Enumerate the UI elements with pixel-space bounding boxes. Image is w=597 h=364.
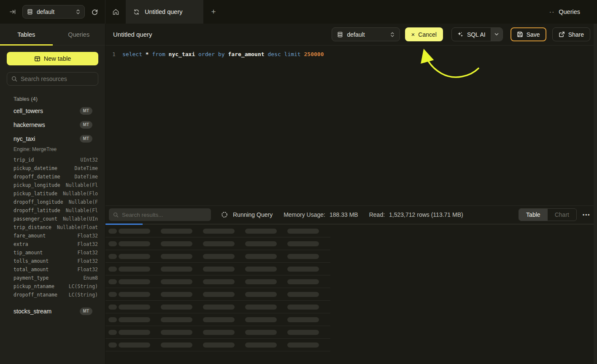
skeleton-cell: [245, 317, 277, 322]
column-type: Nullable(F: [69, 199, 98, 205]
sql-ai-dropdown-button[interactable]: [491, 28, 502, 41]
queries-icon: ··: [550, 9, 555, 15]
topbar-spacer: [224, 0, 550, 24]
table-list-item[interactable]: nyc_taxiMT: [0, 132, 105, 146]
topbar-database-selector[interactable]: default: [22, 5, 85, 19]
body: Tables Queries New table Tables (4) cell…: [0, 24, 597, 364]
search-results-input[interactable]: [122, 212, 207, 218]
more-options-button[interactable]: •••: [583, 212, 590, 218]
column-row: dropoff_longitudeNullable(F: [0, 198, 105, 206]
sidebar-tab-queries[interactable]: Queries: [53, 24, 105, 45]
skeleton-cell: [161, 330, 192, 335]
skeleton-cell: [161, 267, 192, 272]
column-name: dropoff_datetime: [14, 174, 60, 180]
column-name: trip_distance: [14, 224, 51, 230]
query-database-selector[interactable]: default: [332, 27, 400, 41]
table-engine-badge: MT: [80, 307, 92, 315]
toggle-table[interactable]: Table: [519, 209, 548, 221]
column-name: pickup_ntaname: [14, 283, 54, 289]
table-engine-label: Engine: MergeTree: [0, 146, 105, 154]
column-name: pickup_longitude: [14, 182, 60, 188]
sql-token: limit: [284, 51, 301, 57]
column-type: UInt32: [80, 157, 98, 163]
queries-link[interactable]: ·· Queries: [550, 0, 597, 24]
table-engine-badge: MT: [80, 121, 92, 129]
skeleton-cell: [287, 292, 319, 297]
column-type: LC(String): [69, 292, 98, 298]
toggle-chart[interactable]: Chart: [548, 209, 576, 221]
skeleton-cell: [287, 267, 319, 272]
skeleton-row: [105, 237, 330, 250]
results-search: [109, 208, 211, 221]
save-button[interactable]: Save: [511, 27, 546, 41]
sql-ai-button[interactable]: SQL AI: [452, 28, 491, 41]
new-table-button[interactable]: New table: [7, 52, 98, 65]
skeleton-row: [105, 250, 330, 263]
spinner-icon: [221, 211, 228, 218]
save-icon: [517, 31, 523, 38]
skeleton-cell: [245, 292, 277, 297]
column-row: tip_amountFloat32: [0, 248, 105, 257]
sql-token: nyc_taxi: [169, 51, 195, 57]
skeleton-cell: [245, 254, 277, 259]
tables-list: cell_towersMThackernewsMTnyc_taxiMTEngin…: [0, 104, 105, 364]
database-icon: [27, 9, 33, 15]
skeleton-cell: [203, 305, 235, 310]
sql-ai-label: SQL AI: [467, 31, 486, 38]
collapse-sidebar-button[interactable]: [8, 8, 17, 16]
skeleton-cell: [287, 305, 319, 310]
table-list-item[interactable]: stocks_streamMT: [0, 304, 105, 318]
sql-token: desc: [267, 51, 281, 57]
column-row: trip_distanceNullable(Float: [0, 223, 105, 232]
table-list-item[interactable]: cell_towersMT: [0, 104, 105, 118]
column-row: passenger_countNullable(UIn: [0, 215, 105, 223]
sidebar-tab-tables[interactable]: Tables: [0, 24, 53, 45]
query-header: Untitled query default × Cancel: [105, 24, 597, 46]
topbar: default Untitled query: [0, 0, 597, 24]
sql-token: by: [218, 51, 225, 57]
sidebar-search: [7, 72, 98, 86]
search-resources-input[interactable]: [21, 75, 94, 82]
skeleton-cell: [203, 267, 235, 272]
sql-token: *: [146, 51, 149, 57]
skeleton-cell: [108, 317, 117, 322]
sql-editor[interactable]: 1 select * from nyc_taxi order by fare_a…: [105, 46, 597, 205]
code-line-content: select * from nyc_taxi order by fare_amo…: [122, 51, 324, 58]
skeleton-cell: [203, 241, 235, 246]
skeleton-cell: [119, 229, 150, 234]
cancel-button[interactable]: × Cancel: [405, 27, 443, 41]
skeleton-cell: [119, 342, 150, 348]
column-name: extra: [14, 241, 28, 247]
new-table-label: New table: [44, 55, 71, 62]
refresh-button[interactable]: [90, 8, 99, 16]
running-query-status: Running Query: [233, 211, 273, 218]
skeleton-cell: [203, 317, 235, 322]
topbar-sidebar-section: default: [0, 0, 105, 24]
column-type: Enum8: [83, 275, 98, 281]
column-name: dropoff_longitude: [14, 199, 63, 205]
sparkles-icon: [457, 31, 464, 38]
skeleton-cell: [161, 292, 192, 297]
table-list-item[interactable]: hackernewsMT: [0, 118, 105, 132]
column-row: total_amountFloat32: [0, 265, 105, 274]
sql-token: from: [152, 51, 165, 57]
skeleton-row: [105, 301, 330, 313]
home-tab[interactable]: [105, 0, 126, 24]
column-name: total_amount: [14, 267, 49, 272]
skeleton-cell: [161, 317, 192, 322]
skeleton-cell: [108, 305, 117, 310]
skeleton-cell: [245, 279, 277, 284]
skeleton-cell: [119, 241, 150, 246]
sidebar-tab-tables-label: Tables: [17, 31, 35, 38]
column-row: dropoff_datetimeDateTime: [0, 173, 105, 181]
collapse-sidebar-icon: [9, 8, 16, 15]
skeleton-cell: [161, 229, 192, 234]
table-grid-icon: [34, 56, 41, 62]
sql-token: 250000: [304, 51, 324, 57]
scrollbar-track[interactable]: [594, 24, 597, 364]
new-tab-button[interactable]: +: [203, 0, 224, 24]
tab-untitled-query[interactable]: Untitled query: [126, 0, 203, 24]
skeleton-cell: [203, 330, 235, 335]
share-button[interactable]: Share: [552, 27, 590, 41]
skeleton-row: [105, 313, 330, 326]
